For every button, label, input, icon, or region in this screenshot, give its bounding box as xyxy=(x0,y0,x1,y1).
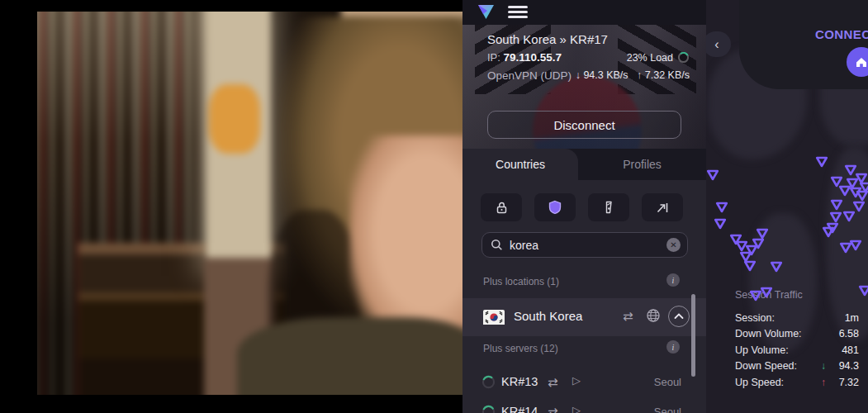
traffic-label: Session: xyxy=(735,312,814,324)
traffic-unit: KB xyxy=(859,344,868,356)
plus-servers-label: Plus servers (12) xyxy=(483,343,558,354)
world-map[interactable]: CONNECTED ‹ Session Traffic Session: 1m … xyxy=(706,0,868,413)
load-gauge-icon xyxy=(677,51,690,64)
tab-countries[interactable]: Countries xyxy=(462,149,578,180)
swap-server-icon[interactable]: ⇄ xyxy=(623,309,633,324)
info-icon[interactable]: i xyxy=(666,340,680,354)
tor-button[interactable] xyxy=(588,193,629,221)
traffic-row-down-speed: Down Speed: ↓ 94.3 KB/s xyxy=(735,358,866,375)
down-arrow-icon: ↓ xyxy=(814,360,828,372)
traffic-row-down-volume: Down Volume: 6.58 MB xyxy=(735,326,866,343)
server-location-pin[interactable] xyxy=(845,177,860,190)
globe-icon[interactable] xyxy=(646,308,661,326)
screen: South Korea » KR#17 IP: 79.110.55.7 23% … xyxy=(0,0,868,413)
tor-icon xyxy=(602,200,615,215)
traffic-label: Down Speed: xyxy=(735,360,814,372)
chevron-up-icon xyxy=(674,313,684,320)
home-icon xyxy=(855,56,868,69)
plus-servers-section: Plus servers (12) i xyxy=(462,340,706,358)
server-location-pin[interactable] xyxy=(742,259,757,273)
traffic-unit: KB/s xyxy=(859,360,868,372)
netshield-button[interactable] xyxy=(534,193,576,221)
traffic-unit: KB/s xyxy=(859,377,868,388)
connect-play-icon[interactable]: ▷ xyxy=(572,374,581,387)
server-row-kr14[interactable]: KR#14 ⇄ ▷ Seoul xyxy=(462,398,706,413)
traffic-row-up-volume: Up Volume: 481 KB xyxy=(735,342,866,358)
server-location-pin[interactable] xyxy=(814,155,829,169)
south-korea-flag-icon xyxy=(483,310,505,328)
protonvpn-logo-icon xyxy=(477,3,496,24)
plus-locations-section: Plus locations (1) i xyxy=(462,273,706,292)
server-load: 23% Load xyxy=(627,51,690,64)
movie-art xyxy=(37,12,462,395)
connection-title: South Korea » KR#17 xyxy=(487,32,608,46)
connection-header: South Korea » KR#17 IP: 79.110.55.7 23% … xyxy=(462,25,706,149)
swap-server-icon[interactable]: ⇄ xyxy=(548,375,558,390)
kill-switch-button[interactable] xyxy=(642,193,683,221)
server-location-pin[interactable] xyxy=(755,227,770,240)
ip-value: 79.110.55.7 xyxy=(504,51,562,64)
down-speed: 94.3 KB/s xyxy=(583,69,628,81)
video-player-frame[interactable] xyxy=(0,0,462,413)
server-location-pin[interactable] xyxy=(848,239,863,252)
protocol-label: OpenVPN (UDP) xyxy=(487,69,572,82)
traffic-value: 481 xyxy=(828,344,859,356)
server-location-pin[interactable] xyxy=(857,284,868,297)
server-location-pin[interactable] xyxy=(714,201,729,214)
disconnect-button[interactable]: Disconnect xyxy=(487,111,681,139)
collapse-country-button[interactable] xyxy=(668,306,690,327)
traffic-label: Up Speed: xyxy=(735,377,814,388)
info-icon[interactable]: i xyxy=(666,273,680,287)
traffic-label: Up Volume: xyxy=(735,344,814,356)
traffic-value: 94.3 xyxy=(828,360,859,372)
ip-label: IP: xyxy=(487,51,500,64)
traffic-label: Down Volume: xyxy=(735,328,814,339)
clear-search-icon[interactable]: ✕ xyxy=(666,238,681,252)
collapse-sidebar-button[interactable]: ‹ xyxy=(706,31,731,57)
up-arrow-icon: ↑ xyxy=(814,377,828,388)
server-location-pin[interactable] xyxy=(769,260,784,273)
connected-status-label: CONNECTED xyxy=(815,27,868,41)
traffic-row-session: Session: 1m 18s xyxy=(735,310,866,326)
server-location-pin[interactable] xyxy=(825,221,840,235)
tab-bar: Countries Profiles xyxy=(462,149,706,180)
traffic-unit: 18s xyxy=(859,312,868,324)
server-name: KR#14 xyxy=(501,405,538,413)
country-row-south-korea[interactable]: South Korea ⇄ xyxy=(462,298,706,336)
map-header-panel xyxy=(739,0,868,89)
arrow-to-bar-icon xyxy=(655,201,670,215)
ip-address: IP: 79.110.55.7 xyxy=(487,51,562,64)
server-city: Seoul xyxy=(654,376,681,388)
server-location-pin[interactable] xyxy=(713,217,728,230)
connect-play-icon[interactable]: ▷ xyxy=(572,404,581,413)
server-location-pin[interactable] xyxy=(706,169,720,182)
shield-icon xyxy=(548,200,562,215)
menu-icon[interactable] xyxy=(508,6,528,19)
secure-core-button[interactable] xyxy=(481,193,522,221)
server-city: Seoul xyxy=(654,406,681,413)
traffic-unit: MB xyxy=(859,328,868,339)
tab-profiles[interactable]: Profiles xyxy=(578,149,706,180)
load-text: 23% Load xyxy=(627,52,673,64)
server-load-ring xyxy=(481,405,496,413)
server-row-kr13[interactable]: KR#13 ⇄ ▷ Seoul xyxy=(462,368,706,396)
up-arrow-icon: ↑ xyxy=(637,69,642,81)
speed-readout: ↓ 94.3 KB/s ↑ 7.32 KB/s xyxy=(576,69,690,81)
vpn-sidebar: South Korea » KR#17 IP: 79.110.55.7 23% … xyxy=(462,0,706,413)
woman-shirt xyxy=(237,317,462,395)
search-icon xyxy=(491,239,503,251)
orange-object xyxy=(209,84,260,154)
down-arrow-icon: ↓ xyxy=(576,69,581,81)
server-location-pin[interactable] xyxy=(759,286,774,299)
search-input[interactable]: korea xyxy=(510,239,666,252)
countries-panel: korea ✕ Plus locations (1) i xyxy=(462,180,706,413)
server-load-ring xyxy=(481,375,496,389)
server-location-pin[interactable] xyxy=(842,210,856,223)
traffic-value: 1m xyxy=(828,312,859,324)
session-traffic-panel: Session Traffic Session: 1m 18s Down Vol… xyxy=(735,289,866,391)
search-field[interactable]: korea ✕ xyxy=(481,232,688,258)
swap-server-icon[interactable]: ⇄ xyxy=(548,405,558,413)
country-name: South Korea xyxy=(514,309,582,323)
list-scrollbar[interactable] xyxy=(691,294,695,377)
plus-locations-label: Plus locations (1) xyxy=(483,276,559,287)
